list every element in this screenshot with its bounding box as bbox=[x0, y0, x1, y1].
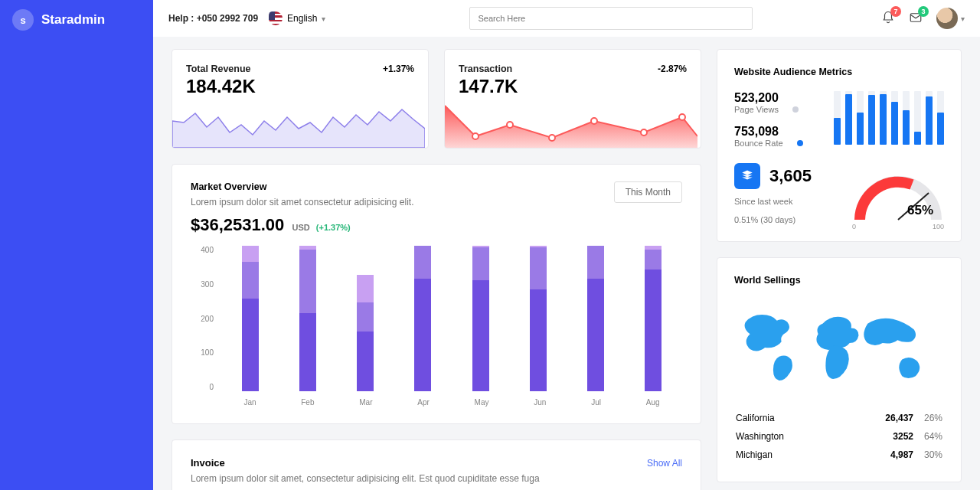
sparkline-revenue bbox=[172, 98, 425, 148]
metrics-title: Website Audience Metrics bbox=[734, 67, 944, 77]
brand-logo[interactable]: s Staradmin bbox=[0, 0, 153, 40]
pageviews-label: Page Views bbox=[734, 105, 779, 114]
card-title: Transaction bbox=[459, 64, 518, 74]
card-total-revenue[interactable]: Total Revenue 184.42K +1.37% bbox=[172, 49, 429, 149]
sidebar: s Staradmin bbox=[0, 0, 153, 490]
bar-series bbox=[221, 246, 682, 391]
notifications-button[interactable]: 7 bbox=[881, 11, 895, 27]
brand-name: Staradmin bbox=[41, 12, 105, 28]
x-axis-labels: JanFebMarAprMayJunJulAug bbox=[221, 398, 682, 407]
svg-point-1 bbox=[472, 133, 479, 139]
gauge-value: 65% bbox=[907, 203, 933, 218]
gauge-chart: 65% 0100 bbox=[852, 170, 944, 227]
dot-icon bbox=[792, 106, 799, 113]
table-row: Michigan4,98730% bbox=[736, 446, 942, 463]
card-value: 147.7K bbox=[459, 76, 518, 97]
search-input[interactable] bbox=[469, 7, 753, 30]
topbar: Help : +050 2992 709 English ▾ 7 3 ▾ bbox=[153, 0, 980, 37]
svg-point-3 bbox=[549, 135, 555, 141]
chevron-down-icon: ▾ bbox=[961, 15, 965, 23]
bounce-label: Bounce Rate bbox=[734, 139, 783, 148]
period-select[interactable]: This Month bbox=[614, 181, 682, 203]
card-world-sellings: World Sellings California26,43726% Washi… bbox=[717, 257, 962, 482]
profile-menu[interactable]: ▾ bbox=[936, 8, 965, 29]
main-content: Total Revenue 184.42K +1.37% Transaction… bbox=[153, 37, 980, 490]
svg-point-2 bbox=[507, 122, 513, 128]
market-value: $36,2531.00 USD (+1.37%) bbox=[191, 215, 413, 235]
y-axis-labels: 4003002001000 bbox=[191, 246, 214, 391]
language-selector[interactable]: English ▾ bbox=[269, 11, 325, 25]
layers-icon bbox=[734, 163, 760, 189]
card-transaction[interactable]: Transaction 147.7K -2.87% bbox=[444, 49, 701, 149]
language-label: English bbox=[287, 13, 317, 24]
world-map[interactable] bbox=[734, 296, 944, 396]
sparkline-transaction bbox=[445, 98, 697, 148]
card-delta: +1.37% bbox=[383, 64, 414, 74]
bounce-value: 753,098 bbox=[734, 125, 803, 139]
flag-icon bbox=[269, 11, 283, 25]
messages-button[interactable]: 3 bbox=[909, 11, 923, 27]
market-title: Market Overview bbox=[191, 181, 413, 192]
table-row: Washington325264% bbox=[736, 428, 942, 445]
card-delta: -2.87% bbox=[658, 64, 687, 74]
invoice-subtitle: Lorem ipsum dolor sit amet, consectetur … bbox=[191, 473, 682, 484]
card-title: Total Revenue bbox=[186, 64, 256, 74]
metric-big-value: 3,605 bbox=[769, 166, 812, 186]
notifications-badge: 7 bbox=[890, 6, 901, 17]
mini-bar-chart bbox=[834, 91, 944, 145]
card-invoice: Invoice Show All Lorem ipsum dolor sit a… bbox=[172, 439, 701, 490]
market-chart: 4003002001000 JanFebMarAprMayJunJulAug bbox=[191, 246, 682, 407]
avatar bbox=[936, 8, 958, 29]
help-text: Help : +050 2992 709 bbox=[168, 13, 258, 24]
chevron-down-icon: ▾ bbox=[322, 15, 325, 23]
svg-point-5 bbox=[641, 129, 647, 136]
world-title: World Sellings bbox=[734, 275, 944, 286]
show-all-link[interactable]: Show All bbox=[647, 458, 682, 469]
dot-icon bbox=[797, 140, 803, 146]
table-row: California26,43726% bbox=[736, 410, 942, 426]
messages-badge: 3 bbox=[918, 6, 929, 17]
card-audience-metrics: Website Audience Metrics 523,200 Page Vi… bbox=[717, 49, 962, 242]
card-value: 184.42K bbox=[186, 76, 256, 97]
pageviews-value: 523,200 bbox=[734, 91, 803, 105]
brand-badge: s bbox=[12, 9, 34, 31]
svg-point-6 bbox=[679, 114, 685, 120]
card-market-overview: Market Overview Lorem ipsum dolor sit am… bbox=[172, 164, 701, 424]
invoice-title: Invoice bbox=[191, 457, 225, 469]
world-table: California26,43726% Washington325264% Mi… bbox=[734, 408, 944, 465]
svg-point-4 bbox=[591, 118, 597, 124]
market-subtitle: Lorem ipsum dolor sit amet consectetur a… bbox=[191, 197, 413, 207]
